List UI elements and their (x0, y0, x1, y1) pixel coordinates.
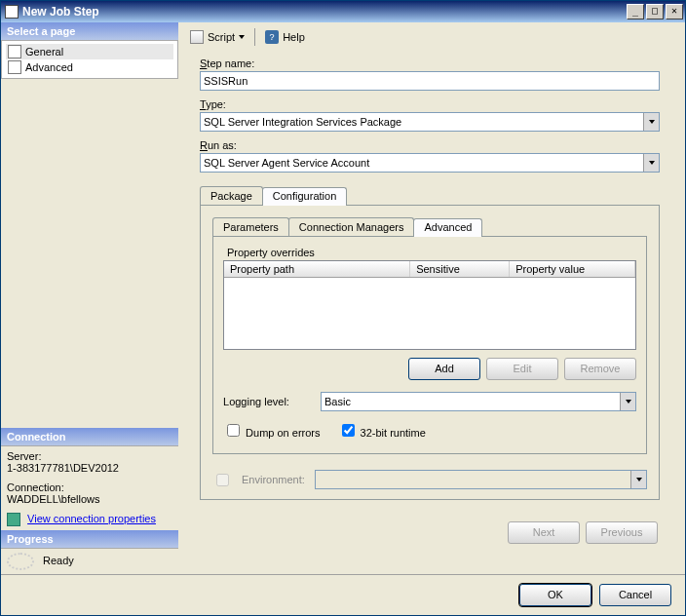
dump-on-errors-field[interactable]: Dump on errors (223, 421, 321, 440)
environment-row: Environment: (212, 470, 647, 489)
connection-header: Connection (1, 428, 178, 446)
type-dropdown-button[interactable] (643, 113, 659, 131)
type-value[interactable] (201, 113, 643, 131)
form-area: Step name: Type: Run as: (182, 52, 677, 570)
connection-label: Connection: (7, 481, 172, 493)
page-icon (8, 45, 21, 58)
maximize-button[interactable]: □ (646, 4, 664, 19)
script-button[interactable]: Script (186, 29, 248, 45)
runtime-32bit-checkbox[interactable] (342, 424, 355, 437)
page-list: General Advanced (1, 41, 178, 79)
step-name-label: Step name: (200, 58, 660, 69)
server-label: Server: (7, 450, 172, 462)
script-label: Script (208, 31, 235, 43)
chevron-down-icon (626, 400, 631, 404)
environment-label: Environment: (242, 474, 305, 485)
app-icon (5, 5, 19, 19)
advanced-panel: Property overrides Property path Sensiti… (212, 236, 647, 454)
previous-button: Previous (586, 521, 658, 544)
page-general[interactable]: General (6, 44, 173, 59)
nav-buttons: Next Previous (200, 521, 658, 544)
dump-on-errors-checkbox[interactable] (227, 424, 240, 437)
environment-dropdown-button (630, 471, 646, 488)
chevron-down-icon (649, 161, 655, 165)
col-property-path[interactable]: Property path (224, 261, 410, 277)
table-header: Property path Sensitive Property value (224, 261, 635, 278)
cancel-button[interactable]: Cancel (599, 584, 671, 606)
script-icon (190, 30, 204, 44)
add-button[interactable]: Add (408, 358, 480, 380)
select-page-header: Select a page (1, 22, 178, 41)
help-button[interactable]: ? Help (261, 29, 309, 45)
help-icon: ? (265, 30, 279, 44)
step-name-field: Step name: (200, 58, 660, 91)
run-as-dropdown-button[interactable] (643, 154, 659, 172)
titlebar[interactable]: New Job Step _ □ ✕ (1, 1, 685, 22)
minimize-button[interactable]: _ (627, 4, 644, 19)
tab-package[interactable]: Package (200, 186, 263, 205)
step-name-input[interactable] (200, 71, 660, 91)
progress-header: Progress (1, 530, 178, 549)
next-button: Next (508, 521, 580, 544)
window-title: New Job Step (22, 5, 625, 19)
type-label: Type: (200, 98, 660, 110)
help-label: Help (283, 31, 305, 43)
logging-level-row: Logging level: (223, 392, 636, 411)
page-advanced[interactable]: Advanced (6, 59, 173, 75)
logging-level-combo[interactable] (321, 392, 636, 411)
edit-button: Edit (486, 358, 558, 380)
checkbox-row: Dump on errors 32-bit runtime (223, 421, 636, 440)
remove-button: Remove (564, 358, 636, 380)
progress-status: Ready (43, 555, 74, 566)
ok-button[interactable]: OK (519, 584, 591, 606)
chevron-down-icon (636, 478, 642, 481)
server-value: 1-383177781\DEV2012 (7, 462, 172, 474)
logging-dropdown-button[interactable] (620, 393, 635, 410)
toolbar: Script ? Help (182, 26, 677, 52)
inner-tabs: Parameters Connection Managers Advanced (212, 217, 647, 236)
tab-parameters[interactable]: Parameters (212, 217, 289, 236)
run-as-label: Run as: (200, 139, 660, 151)
progress-block: Ready (1, 549, 178, 574)
main-panel: Script ? Help Step name: Type (178, 22, 685, 574)
dialog-body: Select a page General Advanced Connectio… (1, 22, 685, 615)
properties-icon (7, 513, 20, 526)
overrides-table[interactable]: Property path Sensitive Property value (223, 260, 636, 350)
runtime-32bit-field[interactable]: 32-bit runtime (338, 421, 426, 440)
col-sensitive[interactable]: Sensitive (410, 261, 510, 277)
view-connection-text: View connection properties (27, 513, 156, 524)
environment-value (316, 471, 630, 488)
close-button[interactable]: ✕ (666, 4, 683, 19)
logging-level-value[interactable] (322, 393, 620, 410)
view-connection-link[interactable]: View connection properties (7, 513, 172, 526)
connection-info: Server: 1-383177781\DEV2012 Connection: … (1, 446, 178, 530)
environment-combo (315, 470, 647, 489)
page-icon (8, 60, 21, 74)
run-as-value[interactable] (201, 154, 643, 172)
environment-checkbox (216, 474, 229, 486)
col-property-value[interactable]: Property value (510, 261, 635, 277)
outer-tabs: Package Configuration (200, 186, 660, 205)
run-as-field: Run as: (200, 139, 660, 173)
page-label: Advanced (25, 61, 73, 73)
content-area: Select a page General Advanced Connectio… (1, 22, 685, 574)
dialog-window: New Job Step _ □ ✕ Select a page General… (0, 0, 686, 616)
dialog-footer: OK Cancel (1, 574, 685, 615)
configuration-panel: Parameters Connection Managers Advanced … (200, 205, 660, 500)
chevron-down-icon (649, 120, 655, 124)
outer-tabset: Package Configuration Parameters Connect… (200, 180, 660, 500)
logging-level-label: Logging level: (223, 396, 311, 407)
progress-spinner-icon (7, 553, 34, 570)
table-body[interactable] (224, 278, 635, 349)
tab-advanced[interactable]: Advanced (413, 218, 482, 237)
type-combo[interactable] (200, 112, 660, 132)
type-field: Type: (200, 98, 660, 132)
dropdown-icon (239, 35, 245, 39)
toolbar-separator (254, 28, 255, 46)
override-buttons: Add Edit Remove (223, 358, 636, 380)
run-as-combo[interactable] (200, 153, 660, 173)
tab-connection-managers[interactable]: Connection Managers (288, 217, 415, 236)
tab-configuration[interactable]: Configuration (262, 187, 347, 206)
connection-value: WADDELL\bfellows (7, 493, 172, 505)
sidebar: Select a page General Advanced Connectio… (1, 22, 178, 574)
